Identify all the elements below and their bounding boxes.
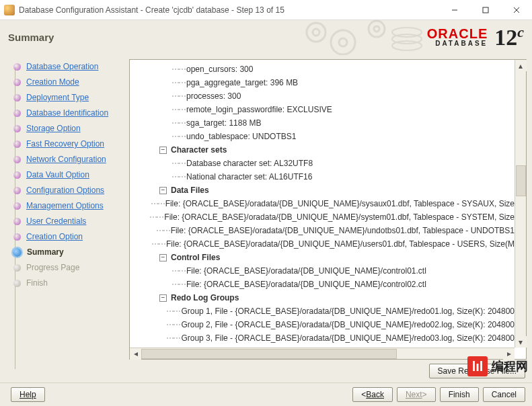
collapse-icon[interactable]: −	[159, 294, 167, 302]
tree-connector-icon: ⋯⋯	[172, 130, 185, 143]
step-dot-icon	[13, 202, 21, 210]
collapse-icon[interactable]: −	[159, 147, 167, 154]
tree-leaf: ⋯⋯File: {ORACLE_BASE}/oradata/{DB_UNIQUE…	[135, 278, 515, 291]
svg-point-9	[374, 26, 379, 32]
step-dot-icon	[13, 280, 21, 287]
footer: Help < Back Next > Finish Cancel	[0, 382, 532, 406]
back-button[interactable]: < Back	[352, 387, 393, 402]
tree-leaf: ⋯⋯File: {ORACLE_BASE}/oradata/{DB_UNIQUE…	[135, 210, 515, 224]
tree-text: remote_login_passwordfile: EXCLUSIVE	[186, 103, 332, 116]
tree-text: File: {ORACLE_BASE}/oradata/{DB_UNIQUE_N…	[171, 224, 515, 237]
svg-point-8	[369, 21, 385, 37]
gears-decoration	[296, 19, 430, 55]
tree-text: Data Files	[171, 184, 209, 197]
nav-step-11[interactable]: User Credentials	[5, 216, 124, 226]
tree-connector-icon: ⋯⋯	[172, 157, 185, 170]
maximize-button[interactable]	[470, 0, 501, 20]
minimize-button[interactable]	[439, 0, 470, 20]
nav-step-1[interactable]: Database Operation	[5, 62, 124, 71]
svg-point-12	[392, 41, 422, 50]
next-button[interactable]: Next >	[397, 387, 436, 402]
finish-button[interactable]: Finish	[440, 387, 479, 402]
version-badge: 12c	[494, 25, 524, 49]
tree-leaf: ⋯⋯processes: 300	[135, 89, 515, 103]
oracle-logo: ORACLE DATABASE	[427, 27, 488, 47]
tree-connector-icon: ⋯⋯	[149, 210, 163, 224]
scroll-down-icon[interactable]: ▾	[515, 336, 527, 348]
page-title: Summary	[8, 32, 54, 43]
tree-text: Redo Log Groups	[171, 291, 239, 304]
nav-label[interactable]: User Credentials	[26, 216, 86, 226]
nav-step-7[interactable]: Network Configuration	[5, 155, 124, 164]
tree-leaf: ⋯⋯Group 2, File - {ORACLE_BASE}/oradata/…	[135, 318, 515, 331]
nav-step-4[interactable]: Database Identification	[5, 108, 124, 118]
horizontal-scrollbar[interactable]: ◂ ▸	[130, 348, 515, 359]
nav-step-9[interactable]: Configuration Options	[5, 186, 124, 195]
nav-label[interactable]: Database Identification	[26, 108, 108, 118]
nav-step-3[interactable]: Deployment Type	[5, 93, 124, 102]
step-dot-icon	[13, 110, 21, 117]
tree-leaf: ⋯⋯National character set: AL16UTF16	[135, 170, 515, 184]
step-dot-icon	[13, 156, 21, 163]
wizard-nav: Database OperationCreation ModeDeploymen…	[0, 54, 129, 382]
tree-text: File: {ORACLE_BASE}/oradata/{DB_UNIQUE_N…	[165, 197, 515, 210]
tree-text: processes: 300	[186, 89, 241, 103]
nav-label[interactable]: Management Options	[26, 201, 104, 210]
summary-tree: ⋯⋯open_cursors: 300⋯⋯pga_aggregate_targe…	[129, 59, 527, 360]
nav-step-10[interactable]: Management Options	[5, 201, 124, 210]
nav-step-5[interactable]: Storage Option	[5, 124, 124, 133]
svg-point-4	[307, 23, 326, 42]
scroll-left-icon[interactable]: ◂	[130, 348, 141, 360]
nav-label[interactable]: Configuration Options	[26, 186, 104, 195]
nav-step-6[interactable]: Fast Recovery Option	[5, 139, 124, 149]
tree-text: Group 1, File - {ORACLE_BASE}/oradata/{D…	[181, 304, 515, 318]
tree-connector-icon: ⋯⋯	[156, 224, 169, 237]
tree-text: File: {ORACLE_BASE}/oradata/{DB_UNIQUE_N…	[186, 278, 426, 291]
step-dot-icon	[13, 187, 21, 194]
tree-text: pga_aggregate_target: 396 MB	[186, 76, 298, 89]
nav-label[interactable]: Fast Recovery Option	[26, 139, 104, 149]
scroll-right-icon[interactable]: ▸	[503, 348, 515, 360]
help-button[interactable]: Help	[11, 387, 45, 402]
tree-connector-icon: ⋯⋯	[172, 63, 185, 76]
collapse-icon[interactable]: −	[159, 254, 167, 261]
collapse-icon[interactable]: −	[159, 187, 167, 194]
nav-step-12[interactable]: Creation Option	[5, 232, 124, 241]
tree-branch[interactable]: −Control Files	[135, 251, 515, 264]
scroll-thumb-h[interactable]	[141, 349, 397, 359]
svg-point-7	[339, 38, 347, 46]
window-title: Database Configuration Assistant - Creat…	[19, 5, 439, 15]
tree-branch[interactable]: −Character sets	[135, 143, 515, 157]
nav-step-8[interactable]: Data Vault Option	[5, 170, 124, 179]
nav-label: Summary	[27, 247, 64, 257]
tree-leaf: ⋯⋯pga_aggregate_target: 396 MB	[135, 76, 515, 89]
vertical-scrollbar[interactable]: ▴ ▾	[515, 60, 526, 348]
nav-step-2[interactable]: Creation Mode	[5, 77, 124, 87]
tree-branch[interactable]: −Redo Log Groups	[135, 291, 515, 304]
tree-connector-icon: ⋯⋯	[172, 116, 185, 130]
tree-connector-icon: ⋯⋯	[166, 318, 180, 331]
tree-connector-icon: ⋯⋯	[166, 331, 180, 345]
nav-label[interactable]: Network Configuration	[26, 155, 106, 164]
close-button[interactable]	[501, 0, 532, 20]
scroll-up-icon[interactable]: ▴	[515, 60, 527, 71]
cancel-button[interactable]: Cancel	[483, 387, 525, 402]
scroll-thumb[interactable]	[516, 165, 526, 196]
tree-text: File: {ORACLE_BASE}/oradata/{DB_UNIQUE_N…	[166, 237, 515, 251]
save-response-file-button[interactable]: Save Response File...	[429, 364, 525, 378]
nav-label[interactable]: Deployment Type	[26, 93, 89, 102]
nav-label[interactable]: Data Vault Option	[26, 170, 89, 179]
step-dot-icon	[13, 79, 21, 86]
nav-label[interactable]: Creation Option	[26, 232, 83, 241]
nav-label[interactable]: Creation Mode	[26, 77, 79, 87]
tree-connector-icon: ⋯⋯	[172, 264, 185, 278]
step-dot-icon	[13, 94, 21, 102]
tree-leaf: ⋯⋯Group 3, File - {ORACLE_BASE}/oradata/…	[135, 331, 515, 345]
tree-text: File: {ORACLE_BASE}/oradata/{DB_UNIQUE_N…	[164, 210, 515, 224]
tree-branch[interactable]: −Data Files	[135, 184, 515, 197]
nav-label[interactable]: Database Operation	[26, 62, 98, 71]
step-dot-icon	[13, 248, 22, 257]
nav-label[interactable]: Storage Option	[26, 124, 81, 133]
nav-label: Finish	[26, 278, 48, 288]
step-dot-icon	[13, 63, 21, 71]
